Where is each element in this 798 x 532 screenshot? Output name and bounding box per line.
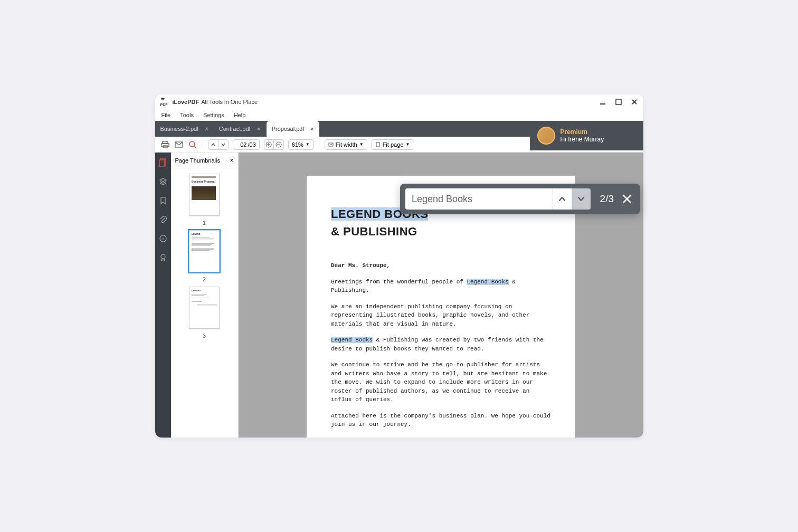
app-logo	[160, 98, 170, 106]
find-next-button[interactable]	[572, 188, 591, 210]
thumb-num: 3	[203, 333, 206, 339]
search-icon[interactable]	[188, 140, 197, 149]
fit-page-dropdown[interactable]: Fit page ▼	[372, 139, 414, 150]
page-up-button[interactable]	[209, 140, 218, 149]
maximize-button[interactable]	[615, 98, 622, 106]
avatar[interactable]	[537, 127, 555, 145]
heading-line2: & PUBLISHING	[331, 225, 417, 238]
user-panel: Premium Hi Irene Murray	[530, 121, 643, 150]
tab-contract[interactable]: Contract.pdf ×	[214, 121, 267, 137]
zoom-value: 61%	[292, 141, 303, 148]
signature-icon[interactable]	[158, 253, 168, 262]
mail-icon[interactable]	[174, 140, 184, 149]
tab-close-icon[interactable]: ×	[205, 126, 208, 132]
tab-close-icon[interactable]: ×	[310, 126, 314, 132]
svg-rect-1	[616, 99, 621, 104]
tab-label: Proposal.pdf	[272, 126, 305, 132]
doc-paragraph: Attached here is the company's business …	[331, 412, 550, 429]
panel-close-icon[interactable]: ×	[230, 157, 233, 164]
thumbnail-page-3[interactable]: LEGEND	[189, 287, 220, 329]
page-input[interactable]	[236, 141, 247, 148]
caret-down-icon: ▼	[306, 142, 310, 147]
thumbnail-page-2[interactable]: LEGEND	[189, 230, 220, 272]
caret-down-icon: ▼	[405, 142, 410, 147]
app-window: iLovePDFAll Tools in One Place File Tool…	[155, 94, 643, 438]
tab-business[interactable]: Business-2.pdf ×	[155, 121, 214, 137]
page-indicator: /03	[233, 139, 260, 150]
tab-proposal[interactable]: Proposal.pdf ×	[267, 121, 319, 137]
highlighted-match: Legend Books	[331, 337, 373, 343]
thumbnail-title: Page Thumbnails	[175, 157, 220, 164]
find-close-button[interactable]	[621, 193, 633, 205]
plan-label: Premium	[560, 128, 604, 136]
doc-salutation: Dear Ms. Stroupe,	[331, 261, 550, 270]
greeting-label: Hi Irene Murray	[560, 136, 604, 143]
fit-page-icon	[375, 142, 381, 147]
doc-paragraph: We continue to strive and be the go-to p…	[331, 360, 550, 404]
caret-down-icon: ▼	[359, 142, 364, 147]
menu-tools[interactable]: Tools	[180, 112, 194, 118]
info-icon[interactable]	[158, 234, 168, 243]
thumbnail-list: Business Proposal 1 LEGEND 2 L	[171, 168, 238, 438]
bookmark-icon[interactable]	[158, 196, 168, 205]
svg-rect-0	[600, 103, 605, 104]
menubar: File Tools Settings Help	[155, 109, 643, 121]
zoom-dropdown[interactable]: 61% ▼	[288, 139, 314, 150]
user-text: Premium Hi Irene Murray	[560, 128, 604, 143]
app-title: iLovePDFAll Tools in One Place	[173, 99, 258, 105]
tab-label: Contract.pdf	[219, 126, 251, 132]
find-input[interactable]	[405, 188, 553, 210]
fit-width-icon	[328, 142, 334, 147]
doc-paragraph: We are an independent publishing company…	[331, 302, 550, 329]
menu-file[interactable]: File	[162, 112, 171, 118]
tab-close-icon[interactable]: ×	[257, 126, 260, 132]
titlebar: iLovePDFAll Tools in One Place	[155, 94, 643, 109]
app-tagline: All Tools in One Place	[201, 99, 258, 105]
svg-rect-12	[159, 160, 165, 167]
side-rail	[155, 153, 171, 438]
menu-help[interactable]: Help	[234, 112, 246, 118]
tab-label: Business-2.pdf	[160, 126, 199, 132]
find-count: 2/3	[600, 193, 614, 205]
highlighted-match: Legend Books	[467, 279, 508, 285]
fit-width-label: Fit width	[336, 141, 357, 148]
page-total: /03	[248, 141, 256, 148]
zoom-in-button[interactable]	[264, 140, 274, 149]
menu-settings[interactable]: Settings	[203, 112, 224, 118]
svg-rect-10	[376, 142, 379, 147]
page-nav	[208, 139, 229, 150]
fit-page-label: Fit page	[383, 141, 404, 148]
minimize-button[interactable]	[599, 98, 606, 106]
thumbnail-page-1[interactable]: Business Proposal	[189, 174, 220, 216]
thumb-num: 2	[203, 277, 206, 282]
doc-paragraph: Legend Books & Publishing was created by…	[331, 336, 550, 353]
layers-icon[interactable]	[158, 177, 168, 186]
print-icon[interactable]	[160, 140, 170, 149]
svg-point-14	[161, 254, 165, 259]
page-down-button[interactable]	[218, 140, 228, 149]
zoom-out-button[interactable]	[274, 140, 283, 149]
app-name: iLovePDF	[173, 99, 200, 105]
svg-rect-3	[162, 144, 169, 147]
close-window-button[interactable]	[631, 98, 638, 106]
doc-paragraph: Greetings from the wonderful people of L…	[331, 278, 550, 295]
attachment-icon[interactable]	[158, 215, 168, 224]
zoom-controls	[264, 139, 284, 150]
svg-rect-2	[163, 141, 168, 144]
thumbnail-header: Page Thumbnails ×	[171, 153, 238, 168]
find-prev-button[interactable]	[553, 188, 572, 210]
find-bar: 2/3	[400, 184, 640, 214]
svg-point-6	[189, 141, 195, 147]
fit-width-dropdown[interactable]: Fit width ▼	[325, 139, 367, 150]
document-page: LEGEND BOOKS & PUBLISHING Dear Ms. Strou…	[307, 176, 575, 438]
toolbar-divider	[319, 140, 319, 149]
thumb-num: 1	[203, 220, 206, 226]
toolbar-divider	[203, 140, 203, 149]
thumbnails-icon[interactable]	[158, 158, 168, 167]
thumbnail-panel: Page Thumbnails × Business Proposal 1 LE…	[171, 153, 239, 438]
window-controls	[599, 98, 638, 106]
